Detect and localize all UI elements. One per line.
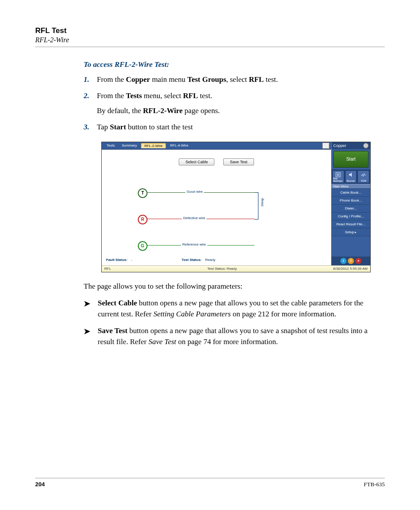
step-number: 1. [84,74,97,85]
mini-app-settings[interactable]: App. Settings [332,170,344,183]
step-number: 3. [84,122,97,133]
wire-r-label: Defective wire [182,216,206,220]
bullet-arrow-icon: ➤ [84,298,92,319]
strap-bracket [254,192,258,220]
menu-config-profile[interactable]: Config / Profile... [332,213,370,220]
svg-marker-4 [349,172,352,177]
mini-tdr[interactable]: TDR [357,170,369,183]
bullet-arrow-icon: ➤ [84,326,92,347]
page-subtitle: RFL-2-Wire [35,36,385,44]
step-body: From the Tests menu, select RFL test. By… [97,91,385,117]
instructions-heading: To access RFL-2-Wire Test: [84,60,385,69]
page-title: RFL Test [35,26,385,35]
tab-bar: Tests Summary RFL-2-Wire RFL-4-Wire [102,142,331,150]
status-row: Fault Status: - Test Status: Ready [106,258,327,262]
page-footer: 204 FTB-635 [35,478,385,488]
device-screenshot: Tests Summary RFL-2-Wire RFL-4-Wire Sele… [101,142,371,272]
step-body: From the Copper main menu Test Groups, s… [97,74,385,85]
screenshot-footer: RFL Test Status: Ready 8/30/2012 5:55:39… [102,265,370,272]
step-2: 2. From the Tests menu, select RFL test.… [84,91,385,117]
toolbar-icon[interactable] [322,143,329,149]
menu-phone-book[interactable]: Phone Book... [332,197,370,205]
menu-setup[interactable]: Setup [332,228,370,236]
wire-t-label: Good wire [185,190,204,194]
footer-timestamp: 8/30/2012 5:55:39 AM [333,267,368,271]
close-icon[interactable]: × [355,258,361,264]
doc-id: FTB-635 [364,481,385,488]
info-icon[interactable]: i [340,258,346,264]
step-body: Tap Start button to start the test [97,122,385,133]
select-cable-button[interactable]: Select Cable [179,158,214,165]
mini-buzzer[interactable]: Buzzer [345,170,357,183]
tab-tests[interactable]: Tests [103,143,118,148]
footer-center: Test Status: Ready [111,267,333,271]
menu-dialer[interactable]: Dialer... [332,205,370,213]
step-sub: By default, the RFL-2-Wire page opens. [97,106,385,117]
side-menu-header: Main Menu [332,184,370,189]
tab-rfl-2-wire[interactable]: RFL-2-Wire [141,143,166,148]
bullet-save-test: ➤ Save Test button opens a new page that… [84,326,385,347]
menu-cable-book[interactable]: Cable Book... [332,189,370,197]
after-text: The page allows you to set the following… [84,281,385,292]
step-1: 1. From the Copper main menu Test Groups… [84,74,385,85]
step-number: 2. [84,91,97,117]
page-number: 204 [35,481,45,488]
node-t: T [138,188,147,198]
side-panel: Copper Start App. Settings Buzzer [332,142,370,265]
bullet-list: ➤ Select Cable button opens a new page t… [84,298,385,348]
tab-summary[interactable]: Summary [119,143,140,148]
start-button[interactable]: Start [333,151,368,168]
strap-label: Strap [260,198,264,206]
help-icon[interactable]: ? [348,258,354,264]
step-3: 3. Tap Start button to start the test [84,122,385,133]
footer-left: RFL [104,267,111,271]
instruction-steps: 1. From the Copper main menu Test Groups… [84,74,385,133]
node-r: R [138,215,147,224]
gauge-icon [363,143,368,148]
save-test-button[interactable]: Save Test [223,158,254,165]
node-g: G [138,241,147,251]
tab-rfl-4-wire[interactable]: RFL-4-Wire [167,143,191,148]
bullet-select-cable: ➤ Select Cable button opens a new page t… [84,298,385,319]
menu-read-result[interactable]: Read Result File... [332,220,370,228]
wire-g-label: Reference wire [181,242,207,246]
side-title: Copper [332,142,370,149]
